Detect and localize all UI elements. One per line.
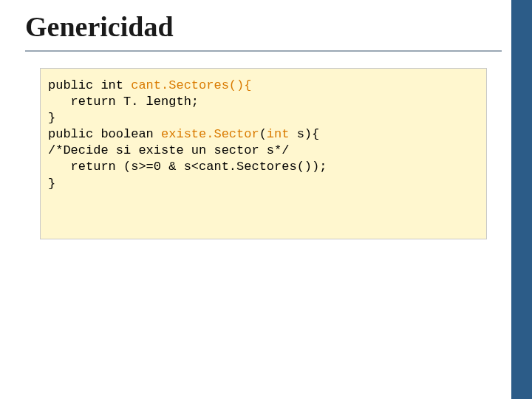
code-text: s){ (297, 127, 320, 141)
code-text: cant.Sectores(){ (131, 78, 251, 92)
code-text: int (267, 127, 297, 141)
code-text: } (48, 177, 55, 191)
slide: Genericidad public int cant.Sectores(){ … (0, 0, 532, 399)
code-text: public int (48, 78, 131, 92)
code-text: existe.Sector (161, 127, 259, 141)
title-underline (25, 50, 502, 52)
slide-title: Genericidad (25, 10, 174, 43)
code-text: /*Decide si existe un sector s*/ (48, 143, 289, 157)
side-stripe (511, 0, 532, 399)
code-text: return (s>=0 & s<cant.Sectores()); (48, 160, 327, 174)
code-text: } (48, 111, 55, 125)
code-block: public int cant.Sectores(){ return T. le… (40, 68, 487, 239)
code-text: ( (259, 127, 267, 141)
code-text: public boolean (48, 127, 161, 141)
code-text: return T. length; (48, 95, 199, 109)
